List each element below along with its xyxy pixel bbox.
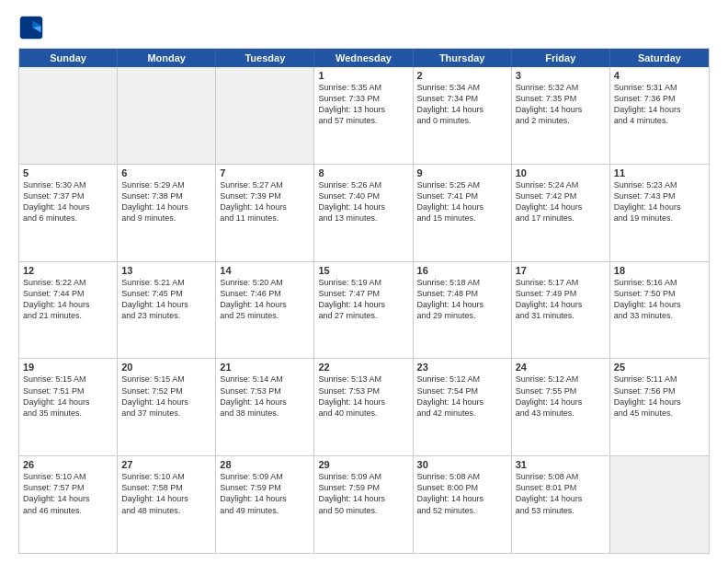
calendar-day-10: 10Sunrise: 5:24 AMSunset: 7:42 PMDayligh… bbox=[512, 165, 610, 261]
cell-line: Sunrise: 5:08 AM bbox=[516, 471, 606, 482]
calendar-day-9: 9Sunrise: 5:25 AMSunset: 7:41 PMDaylight… bbox=[414, 165, 512, 261]
cell-line: Daylight: 14 hours bbox=[417, 201, 507, 213]
cell-line: Sunrise: 5:34 AM bbox=[417, 82, 507, 93]
day-number: 28 bbox=[220, 459, 310, 470]
cell-line: Daylight: 14 hours bbox=[318, 299, 408, 310]
day-number: 22 bbox=[318, 362, 408, 373]
calendar-week-1: 1Sunrise: 5:35 AMSunset: 7:33 PMDaylight… bbox=[19, 67, 709, 165]
cell-line: Sunset: 7:56 PM bbox=[614, 385, 705, 396]
cell-line: Sunset: 7:52 PM bbox=[121, 385, 211, 396]
cell-line: Sunrise: 5:24 AM bbox=[516, 179, 606, 190]
day-number: 19 bbox=[23, 362, 113, 373]
cell-line: Sunrise: 5:12 AM bbox=[417, 373, 507, 385]
calendar-day-14: 14Sunrise: 5:20 AMSunset: 7:46 PMDayligh… bbox=[216, 262, 314, 359]
calendar-empty-cell bbox=[118, 67, 216, 164]
cell-line: Sunset: 7:57 PM bbox=[23, 482, 113, 493]
cell-line: Sunset: 7:41 PM bbox=[417, 190, 507, 201]
calendar-day-2: 2Sunrise: 5:34 AMSunset: 7:34 PMDaylight… bbox=[414, 67, 512, 164]
calendar-day-18: 18Sunrise: 5:16 AMSunset: 7:50 PMDayligh… bbox=[610, 262, 709, 359]
cell-line: and 50 minutes. bbox=[318, 505, 408, 516]
cell-line: Daylight: 14 hours bbox=[614, 396, 705, 408]
cell-line: Sunrise: 5:21 AM bbox=[121, 277, 211, 288]
cell-line: Daylight: 14 hours bbox=[23, 299, 113, 310]
cell-line: Daylight: 14 hours bbox=[516, 201, 606, 213]
day-number: 8 bbox=[318, 167, 408, 178]
day-number: 14 bbox=[220, 265, 310, 276]
cell-line: Sunset: 7:53 PM bbox=[318, 385, 408, 396]
cell-line: Daylight: 14 hours bbox=[516, 493, 606, 504]
calendar-week-2: 5Sunrise: 5:30 AMSunset: 7:37 PMDaylight… bbox=[19, 165, 709, 262]
calendar-day-19: 19Sunrise: 5:15 AMSunset: 7:51 PMDayligh… bbox=[19, 359, 118, 455]
cell-line: Sunrise: 5:30 AM bbox=[23, 179, 113, 190]
cell-line: and 52 minutes. bbox=[417, 505, 507, 516]
calendar-day-4: 4Sunrise: 5:31 AMSunset: 7:36 PMDaylight… bbox=[610, 67, 709, 164]
cell-line: and 11 minutes. bbox=[220, 213, 310, 224]
cell-line: Sunset: 7:51 PM bbox=[23, 385, 113, 396]
day-number: 26 bbox=[23, 459, 113, 470]
cell-line: Sunset: 7:33 PM bbox=[318, 93, 408, 104]
cell-line: Sunrise: 5:19 AM bbox=[318, 277, 408, 288]
calendar-day-30: 30Sunrise: 5:08 AMSunset: 8:00 PMDayligh… bbox=[414, 456, 512, 553]
header-day-monday: Monday bbox=[118, 49, 216, 67]
cell-line: Sunset: 7:58 PM bbox=[121, 482, 211, 493]
cell-line: Sunrise: 5:18 AM bbox=[417, 277, 507, 288]
cell-line: and 49 minutes. bbox=[220, 505, 310, 516]
cell-line: Sunset: 7:36 PM bbox=[614, 93, 705, 104]
cell-line: and 48 minutes. bbox=[121, 505, 211, 516]
cell-line: Sunset: 7:55 PM bbox=[516, 385, 606, 396]
cell-line: Sunset: 7:48 PM bbox=[417, 288, 507, 299]
cell-line: and 57 minutes. bbox=[318, 115, 408, 126]
day-number: 21 bbox=[220, 362, 310, 373]
cell-line: Sunrise: 5:14 AM bbox=[220, 373, 310, 385]
cell-line: Sunset: 7:45 PM bbox=[121, 288, 211, 299]
cell-line: and 15 minutes. bbox=[417, 213, 507, 224]
header-day-wednesday: Wednesday bbox=[314, 49, 413, 67]
cell-line: Sunrise: 5:20 AM bbox=[220, 277, 310, 288]
calendar-header: SundayMondayTuesdayWednesdayThursdayFrid… bbox=[19, 49, 709, 67]
cell-line: Sunset: 7:53 PM bbox=[220, 385, 310, 396]
calendar-day-27: 27Sunrise: 5:10 AMSunset: 7:58 PMDayligh… bbox=[118, 456, 216, 553]
cell-line: Daylight: 14 hours bbox=[417, 396, 507, 408]
cell-line: and 45 minutes. bbox=[614, 408, 705, 419]
day-number: 24 bbox=[516, 362, 606, 373]
day-number: 16 bbox=[417, 265, 507, 276]
day-number: 23 bbox=[417, 362, 507, 373]
calendar-day-28: 28Sunrise: 5:09 AMSunset: 7:59 PMDayligh… bbox=[216, 456, 314, 553]
cell-line: and 25 minutes. bbox=[220, 310, 310, 321]
day-number: 15 bbox=[318, 265, 408, 276]
cell-line: Sunrise: 5:15 AM bbox=[23, 373, 113, 385]
calendar-day-23: 23Sunrise: 5:12 AMSunset: 7:54 PMDayligh… bbox=[414, 359, 512, 455]
cell-line: and 46 minutes. bbox=[23, 505, 113, 516]
cell-line: Daylight: 14 hours bbox=[23, 396, 113, 408]
calendar-body: 1Sunrise: 5:35 AMSunset: 7:33 PMDaylight… bbox=[19, 67, 709, 553]
cell-line: Sunset: 7:35 PM bbox=[516, 93, 606, 104]
cell-line: Daylight: 14 hours bbox=[121, 396, 211, 408]
cell-line: Sunrise: 5:13 AM bbox=[318, 373, 408, 385]
cell-line: and 17 minutes. bbox=[516, 213, 606, 224]
cell-line: Sunrise: 5:26 AM bbox=[318, 179, 408, 190]
cell-line: Sunrise: 5:11 AM bbox=[614, 373, 705, 385]
cell-line: Sunrise: 5:29 AM bbox=[121, 179, 211, 190]
cell-line: Sunset: 7:37 PM bbox=[23, 190, 113, 201]
cell-line: Sunset: 7:40 PM bbox=[318, 190, 408, 201]
cell-line: Daylight: 14 hours bbox=[516, 396, 606, 408]
cell-line: Sunset: 7:43 PM bbox=[614, 190, 705, 201]
calendar-day-11: 11Sunrise: 5:23 AMSunset: 7:43 PMDayligh… bbox=[610, 165, 709, 261]
page: SundayMondayTuesdayWednesdayThursdayFrid… bbox=[0, 0, 728, 563]
calendar-day-29: 29Sunrise: 5:09 AMSunset: 7:59 PMDayligh… bbox=[314, 456, 413, 553]
cell-line: and 29 minutes. bbox=[417, 310, 507, 321]
cell-line: Sunrise: 5:16 AM bbox=[614, 277, 705, 288]
cell-line: Daylight: 14 hours bbox=[23, 201, 113, 213]
day-number: 29 bbox=[318, 459, 408, 470]
cell-line: Sunrise: 5:31 AM bbox=[614, 82, 705, 93]
calendar-day-22: 22Sunrise: 5:13 AMSunset: 7:53 PMDayligh… bbox=[314, 359, 413, 455]
cell-line: Sunset: 7:59 PM bbox=[318, 482, 408, 493]
day-number: 11 bbox=[614, 167, 705, 178]
calendar-empty-cell bbox=[216, 67, 314, 164]
cell-line: and 4 minutes. bbox=[614, 115, 705, 126]
cell-line: and 43 minutes. bbox=[516, 408, 606, 419]
cell-line: Sunrise: 5:08 AM bbox=[417, 471, 507, 482]
cell-line: Sunset: 7:34 PM bbox=[417, 93, 507, 104]
calendar-day-20: 20Sunrise: 5:15 AMSunset: 7:52 PMDayligh… bbox=[118, 359, 216, 455]
calendar-day-6: 6Sunrise: 5:29 AMSunset: 7:38 PMDaylight… bbox=[118, 165, 216, 261]
